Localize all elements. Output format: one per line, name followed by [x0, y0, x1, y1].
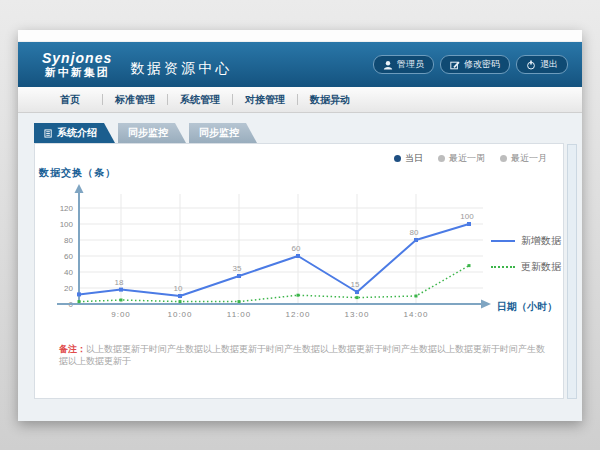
legend-label: 新增数据 — [521, 234, 561, 248]
y-axis-arrow — [75, 184, 84, 193]
x-tick-label: 14:00 — [403, 310, 428, 319]
x-tick-label: 9:00 — [111, 310, 131, 319]
y-tick-label: 100 — [60, 220, 74, 229]
x-tick-label: 13:00 — [344, 310, 369, 319]
nav-item-2[interactable]: 系统管理 — [168, 93, 232, 107]
nav-item-3[interactable]: 对接管理 — [233, 93, 297, 107]
line-chart: 0204060801001209:0010:0011:0012:0013:001… — [35, 184, 500, 329]
content-area: 系统介绍同步监控同步监控 当日最近一周最近一月 数据交换（条） 02040608… — [18, 113, 582, 421]
nav-item-1[interactable]: 标准管理 — [103, 93, 167, 107]
app-title: 数据资源中心 — [130, 60, 232, 78]
data-point — [468, 264, 471, 267]
data-point — [356, 296, 359, 299]
legend-swatch — [491, 240, 515, 242]
chart-legend: 新增数据更新数据 — [491, 234, 561, 274]
x-tick-label: 12:00 — [285, 310, 310, 319]
data-point-label: 10 — [174, 284, 183, 293]
tab-sync-monitor-2-label: 同步监控 — [199, 126, 239, 140]
nav-item-4[interactable]: 数据异动 — [298, 93, 362, 107]
y-axis-title: 数据交换（条） — [39, 166, 116, 180]
window-top-strip — [18, 30, 582, 42]
admin-user-button[interactable]: 管理员 — [373, 55, 434, 74]
y-tick-label: 60 — [64, 252, 73, 261]
data-point-label: 35 — [233, 264, 242, 273]
footnote-text: 以上数据更新于时间产生数据以上数据更新于时间产生数据以上数据更新于时间产生数据以… — [59, 344, 545, 367]
data-point — [355, 290, 359, 294]
data-point — [467, 222, 471, 226]
data-point — [238, 300, 241, 303]
time-filter-group: 当日最近一周最近一月 — [394, 152, 547, 165]
legend-item-1: 更新数据 — [491, 260, 561, 274]
radio-dot — [438, 155, 445, 162]
data-point-label: 100 — [460, 212, 474, 221]
filter-today[interactable]: 当日 — [394, 152, 423, 165]
x-axis-arrow — [481, 300, 491, 309]
scrollbar-track[interactable] — [567, 144, 577, 399]
filter-last-week[interactable]: 最近一周 — [438, 152, 485, 165]
tab-system-intro[interactable]: 系统介绍 — [34, 123, 115, 143]
nav-item-0[interactable]: 首页 — [38, 93, 102, 107]
y-tick-label: 40 — [64, 268, 73, 277]
header-actions: 管理员修改密码退出 — [373, 55, 568, 74]
y-tick-label: 20 — [64, 284, 73, 293]
footnote-label: 备注： — [59, 344, 86, 354]
company-logo: Synjones 新中新集团 — [42, 50, 112, 79]
x-tick-label: 10:00 — [167, 310, 192, 319]
data-point — [415, 295, 418, 298]
tab-sync-monitor-1[interactable]: 同步监控 — [118, 123, 186, 143]
data-point-label: 18 — [115, 278, 124, 287]
change-password-button-label: 修改密码 — [464, 58, 500, 71]
app-window: Synjones 新中新集团 数据资源中心 管理员修改密码退出 首页标准管理系统… — [18, 30, 582, 421]
logo-text-en: Synjones — [42, 50, 112, 66]
x-axis-title: 日期（小时） — [497, 300, 557, 314]
logo-text-cn: 新中新集团 — [42, 66, 112, 79]
legend-label: 更新数据 — [521, 260, 561, 274]
data-point — [414, 238, 418, 242]
data-point — [296, 254, 300, 258]
data-point — [237, 274, 241, 278]
power-icon — [526, 60, 536, 70]
filter-last-week-label: 最近一周 — [449, 152, 485, 165]
legend-item-0: 新增数据 — [491, 234, 561, 248]
data-point — [120, 299, 123, 302]
data-point — [78, 300, 81, 303]
data-point — [178, 294, 182, 298]
main-panel: 当日最近一周最近一月 数据交换（条） 0204060801001209:0010… — [34, 143, 564, 399]
radio-dot — [500, 155, 507, 162]
series-line-1 — [79, 266, 469, 302]
admin-user-button-label: 管理员 — [397, 58, 424, 71]
x-tick-label: 11:00 — [227, 310, 251, 319]
data-point-label: 80 — [410, 228, 419, 237]
legend-swatch — [491, 266, 515, 268]
y-tick-label: 80 — [64, 236, 73, 245]
footnote: 备注：以上数据更新于时间产生数据以上数据更新于时间产生数据以上数据更新于时间产生… — [59, 343, 549, 368]
filter-last-month[interactable]: 最近一月 — [500, 152, 547, 165]
filter-today-label: 当日 — [405, 152, 423, 165]
tab-system-intro-label: 系统介绍 — [57, 126, 97, 140]
radio-dot — [394, 155, 401, 162]
main-nav: 首页标准管理系统管理对接管理数据异动 — [18, 87, 582, 113]
data-point-label: 15 — [351, 280, 360, 289]
data-point — [119, 288, 123, 292]
data-point — [179, 300, 182, 303]
tab-sync-monitor-1-label: 同步监控 — [128, 126, 168, 140]
document-icon — [44, 129, 53, 138]
filter-last-month-label: 最近一月 — [511, 152, 547, 165]
y-tick-label: 120 — [60, 204, 74, 213]
tab-sync-monitor-2[interactable]: 同步监控 — [189, 123, 257, 143]
change-password-button[interactable]: 修改密码 — [440, 55, 510, 74]
data-point — [77, 292, 81, 296]
logout-button-label: 退出 — [540, 58, 558, 71]
user-icon — [383, 60, 393, 70]
app-header: Synjones 新中新集团 数据资源中心 管理员修改密码退出 — [18, 42, 582, 87]
edit-icon — [450, 60, 460, 70]
logout-button[interactable]: 退出 — [516, 55, 568, 74]
data-point-label: 60 — [292, 244, 301, 253]
tab-bar: 系统介绍同步监控同步监控 — [34, 123, 260, 143]
data-point — [297, 294, 300, 297]
